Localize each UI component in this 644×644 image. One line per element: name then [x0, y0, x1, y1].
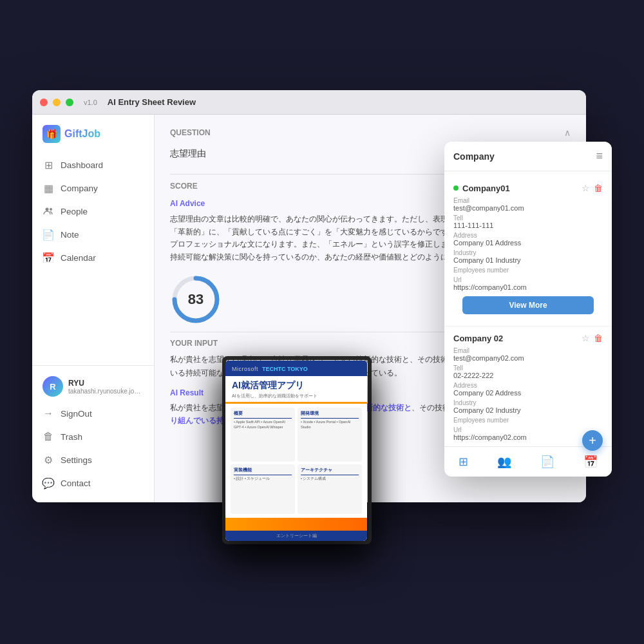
poster-section-title-1: 概要 [234, 410, 292, 419]
logo-text: GiftJob [64, 128, 100, 140]
sidebar-item-label: Note [61, 230, 79, 240]
note-icon: 📄 [43, 229, 54, 240]
settings-icon: ⚙ [43, 454, 54, 466]
sidebar-item-signout[interactable]: → SignOut [32, 402, 154, 425]
bottom-bar-grid-icon[interactable]: ⊞ [456, 452, 471, 471]
poster-orange-bar [225, 518, 367, 531]
techtc-logo: TECHTC TOKYO [262, 366, 308, 372]
sidebar-item-dashboard[interactable]: ⊞ Dashboard [32, 153, 154, 176]
sidebar-item-calendar[interactable]: 📅 Calendar [32, 246, 154, 269]
user-avatar: R [43, 376, 63, 397]
address-label-2: Address [453, 382, 603, 389]
company-panel-bottom-bar: ⊞ 👥 📄 📅 [444, 446, 612, 477]
sidebar-item-label: SignOut [61, 409, 92, 419]
address-value-1: Company 01 Address [453, 239, 603, 247]
question-chevron[interactable]: ∧ [564, 128, 571, 138]
address-value-2: Company 02 Address [453, 389, 603, 397]
sidebar-item-label: Calendar [61, 253, 96, 263]
poster-inner: Microsoft TECHTC TOKYO AI就活管理アプリ AIを活用し、… [225, 361, 367, 541]
logo-area: 🎁 GiftJob [32, 122, 154, 153]
sidebar-item-note[interactable]: 📄 Note [32, 223, 154, 246]
poster-section-content-2: • Xcode • Azure Portal • OpenAl Studio [301, 420, 359, 430]
company-name-1: Company01 [462, 184, 510, 193]
fab-add-button[interactable]: + [582, 430, 603, 451]
trash-icon: 🗑 [43, 431, 54, 442]
poster-bottom-text: エントリーシート編 [276, 533, 317, 539]
star-icon-2[interactable]: ☆ [582, 333, 590, 343]
bottom-bar-people-icon[interactable]: 👥 [495, 452, 514, 471]
sidebar: 🎁 GiftJob ⊞ Dashboard ▦ Company [32, 115, 155, 502]
sidebar-item-trash[interactable]: 🗑 Trash [32, 425, 154, 448]
employees-label-1: Employees number [453, 267, 603, 274]
bottom-bar-doc-icon[interactable]: 📄 [538, 452, 557, 471]
poster-content: 概要 • Apple Swift API • Azure OpenAl GPT-… [225, 404, 367, 518]
tel-value-1: 111-111-111 [453, 222, 603, 229]
nav-section: ⊞ Dashboard ▦ Company [32, 153, 154, 365]
sidebar-item-label: Company [61, 184, 98, 193]
address-label-1: Address [453, 232, 603, 239]
poster-section-content-3: • 設計 • スケジュール [234, 477, 292, 482]
sidebar-item-people[interactable]: People [32, 200, 154, 223]
email-label-1: Email [453, 197, 603, 204]
sidebar-people-label: People [61, 207, 88, 216]
sidebar-item-label: Contact [61, 478, 91, 488]
sidebar-item-company[interactable]: ▦ Company [32, 176, 154, 200]
close-button[interactable] [40, 99, 48, 106]
ms-logo: Microsoft [232, 366, 258, 372]
url-label-2: Url [453, 426, 603, 433]
company-panel-header: Company ≡ [444, 142, 612, 171]
poster-section-content-1: • Apple Swift API • Azure OpenAl GPT-4 •… [234, 420, 292, 430]
sidebar-item-contact[interactable]: 💬 Contact [32, 471, 154, 495]
score-number: 83 [188, 291, 204, 308]
industry-label-1: Industry [453, 249, 603, 256]
version-label: v1.0 [84, 99, 97, 106]
company-item-header-2: Company 02 ☆ 🗑 [453, 333, 603, 343]
poster-section-content-4: • システム構成 [301, 477, 359, 482]
view-more-btn-1[interactable]: View More [462, 296, 594, 314]
company-panel: Company ≡ Company01 ☆ 🗑 Email test@compa… [444, 142, 612, 477]
people-icon [43, 205, 54, 217]
url-value-2: https://company02.com [453, 433, 603, 441]
sidebar-item-settings[interactable]: ⚙ Settings [32, 448, 154, 471]
sidebar-item-label: Trash [61, 432, 82, 442]
company-list: Company01 ☆ 🗑 Email test@company01.com T… [444, 171, 612, 446]
user-area: R RYU takahashi.ryunosuke.job@... [32, 371, 154, 402]
poster-section-title-2: 開発環境 [301, 410, 359, 419]
calendar-icon: 📅 [43, 252, 54, 263]
industry-value-1: Company 01 Industry [453, 256, 603, 264]
maximize-button[interactable] [66, 99, 73, 106]
email-label-2: Email [453, 347, 603, 354]
company-item-2[interactable]: Company 02 ☆ 🗑 Email test@company02.com … [444, 327, 612, 446]
tel-label-1: Tell [453, 214, 603, 222]
url-label-1: Url [453, 276, 603, 283]
industry-label-2: Industry [453, 399, 603, 406]
company-name-row-1: Company01 [453, 184, 510, 193]
user-info: RYU takahashi.ryunosuke.job@... [68, 379, 144, 395]
trash-icon-1[interactable]: 🗑 [594, 183, 603, 193]
poster-section-2: 開発環境 • Xcode • Azure Portal • OpenAl Stu… [298, 408, 362, 462]
bottom-bar-calendar-icon[interactable]: 📅 [581, 452, 600, 471]
company-item-1[interactable]: Company01 ☆ 🗑 Email test@company01.com T… [444, 176, 612, 327]
trash-icon-2[interactable]: 🗑 [594, 333, 603, 343]
company-actions-1: ☆ 🗑 [582, 183, 603, 193]
poster-section-1: 概要 • Apple Swift API • Azure OpenAl GPT-… [231, 408, 295, 462]
company-name-row-2: Company 02 [453, 334, 503, 343]
sidebar-bottom: R RYU takahashi.ryunosuke.job@... → Sign… [32, 365, 154, 495]
poster-title-jp: AI就活管理アプリ [232, 380, 361, 392]
poster-bottom: エントリーシート編 [225, 531, 367, 541]
poster-section-4: アーキテクチャ • システム構成 [298, 464, 362, 514]
industry-value-2: Company 02 Industry [453, 406, 603, 414]
poster-section-3: 実装機能 • 設計 • スケジュール [231, 464, 295, 514]
question-label: Question [170, 128, 211, 137]
score-circle: 83 [170, 274, 222, 325]
poster-subtitle: AIを活用し、効率的な就職活動をサポート [232, 393, 361, 399]
logo-icon: 🎁 [43, 125, 61, 143]
company-name-2: Company 02 [453, 334, 503, 343]
star-icon-1[interactable]: ☆ [582, 183, 590, 193]
status-dot-1 [453, 185, 459, 191]
minimize-button[interactable] [53, 99, 61, 106]
panel-menu-icon[interactable]: ≡ [596, 149, 603, 163]
poster-overlay: Microsoft TECHTC TOKYO AI就活管理アプリ AIを活用し、… [225, 361, 367, 541]
svg-point-0 [46, 208, 49, 211]
user-email: takahashi.ryunosuke.job@... [68, 388, 144, 395]
